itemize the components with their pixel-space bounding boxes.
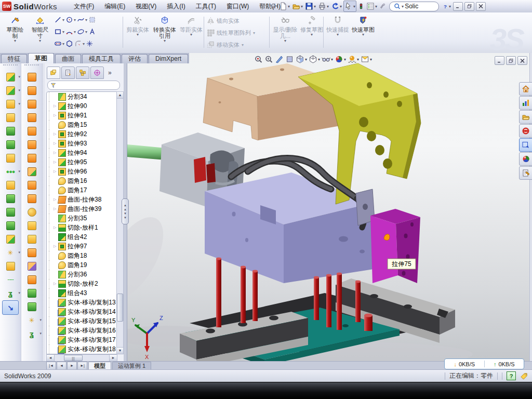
ellipse-icon[interactable]: ▾ bbox=[77, 28, 87, 36]
taskpane-file-explorer-icon[interactable] bbox=[519, 110, 532, 124]
doc-tab-1[interactable]: 运动算例 1 bbox=[112, 362, 151, 370]
view-orientation-icon[interactable]: ▾ bbox=[296, 55, 307, 63]
cm-button-8[interactable]: 快速草图▾ bbox=[351, 14, 375, 51]
doc-nav-button-0[interactable]: |◄ bbox=[46, 362, 56, 370]
rib-icon[interactable] bbox=[4, 138, 17, 151]
point-tool-icon[interactable]: ✳▾ bbox=[25, 314, 38, 326]
taskpane-solidworks-search-icon[interactable] bbox=[519, 124, 532, 138]
menu-5[interactable]: 窗口(W) bbox=[221, 0, 254, 13]
tab-模具工具[interactable]: 模具工具 bbox=[82, 54, 121, 63]
plane-icon[interactable] bbox=[4, 260, 17, 272]
tree-item[interactable]: ▷切除-放样1 bbox=[47, 223, 117, 232]
tab-dimxpert-manager[interactable] bbox=[90, 66, 104, 79]
circle-icon[interactable]: ▾ bbox=[65, 16, 76, 24]
tree-item[interactable]: ▷拉伸91 bbox=[47, 111, 117, 120]
tree-item[interactable]: 实体-移动/复制17 bbox=[47, 335, 117, 344]
tree-item[interactable]: 圆角17 bbox=[47, 185, 117, 195]
zoom-area-icon[interactable] bbox=[264, 55, 273, 63]
doc-restore-button[interactable] bbox=[506, 56, 516, 65]
replace-face-icon[interactable] bbox=[25, 219, 38, 232]
pan-3d-icon[interactable] bbox=[275, 55, 284, 63]
parting-line-icon[interactable] bbox=[25, 233, 38, 245]
tree-item[interactable]: ▷拉伸96 bbox=[47, 167, 117, 176]
expand-arrow-icon[interactable]: ▷ bbox=[54, 160, 58, 164]
tab-configuration-manager[interactable] bbox=[76, 66, 89, 79]
tree-item[interactable]: 实体-移动/复制18 bbox=[47, 344, 117, 354]
network-speed-widget[interactable]: ↓0KB/S ↑0KB/S bbox=[444, 358, 524, 369]
tree-item[interactable]: 实体-移动/复制13 bbox=[47, 298, 117, 307]
polygon-icon[interactable] bbox=[65, 39, 73, 48]
menu-2[interactable]: 视图(V) bbox=[130, 0, 162, 13]
axis-icon[interactable]: ╌╌ bbox=[4, 273, 17, 286]
deform-icon[interactable] bbox=[25, 125, 38, 137]
section-view-icon[interactable] bbox=[285, 55, 294, 63]
save-button[interactable]: ▾ bbox=[304, 1, 316, 11]
scroll-thumb[interactable] bbox=[117, 294, 123, 322]
graphics-viewport[interactable]: 拉伸75 Y Z X ▾▾▾▾▾▾ bbox=[127, 53, 532, 361]
sketch-fillet-icon[interactable]: ▾ bbox=[74, 39, 85, 48]
tree-item[interactable]: 实体-移动/复制16 bbox=[47, 326, 117, 335]
open-button[interactable]: ▾ bbox=[291, 1, 303, 11]
sketch-text-icon[interactable] bbox=[88, 28, 96, 36]
expand-arrow-icon[interactable]: ▷ bbox=[54, 113, 58, 117]
status-help-icon[interactable]: ? bbox=[507, 371, 516, 380]
spline-tool-icon[interactable]: ʓ▾ bbox=[25, 327, 38, 340]
tab-property-manager[interactable] bbox=[61, 66, 75, 79]
tree-item[interactable]: 圆角19 bbox=[47, 260, 117, 270]
minimize-button[interactable] bbox=[453, 2, 463, 11]
close-button[interactable] bbox=[476, 2, 486, 11]
move-copy-icon[interactable] bbox=[4, 233, 17, 245]
tree-item[interactable]: 圆角18 bbox=[47, 251, 117, 260]
tree-item[interactable]: ▷拉伸95 bbox=[47, 157, 117, 167]
tree-item[interactable]: ▷曲面-拉伸38 bbox=[47, 195, 117, 204]
annotation-tool-button[interactable] bbox=[379, 1, 387, 11]
flex-icon[interactable] bbox=[25, 111, 38, 124]
menu-3[interactable]: 插入(I) bbox=[162, 0, 190, 13]
cm-button-1[interactable]: 智能尺寸▾ bbox=[29, 14, 51, 51]
tree-item[interactable]: ▷拉伸94 bbox=[47, 148, 117, 157]
tab-草图[interactable]: 草图 bbox=[28, 53, 54, 63]
tree-item[interactable]: 圆角15 bbox=[47, 120, 117, 129]
help-button[interactable]: ?▾ bbox=[442, 1, 451, 11]
arc-icon[interactable]: ▾ bbox=[65, 28, 76, 36]
tree-horizontal-scrollbar[interactable]: ◄ ||| ► bbox=[46, 354, 117, 362]
cavity-icon[interactable] bbox=[25, 300, 38, 313]
shut-off-surface-icon[interactable] bbox=[25, 246, 38, 259]
model-part-core-block[interactable] bbox=[205, 172, 386, 283]
extruded-boss-icon[interactable]: ▾ bbox=[4, 71, 17, 83]
model-part-magenta-block[interactable] bbox=[370, 209, 420, 283]
tree-item[interactable]: 圆角16 bbox=[47, 176, 117, 185]
swept-boss-icon[interactable] bbox=[25, 71, 38, 83]
tree-item[interactable]: ▷拉伸97 bbox=[47, 242, 117, 251]
options-button[interactable]: ▾ bbox=[366, 1, 378, 11]
core-icon[interactable] bbox=[25, 287, 38, 299]
tree-item[interactable]: ▷曲面-拉伸39 bbox=[47, 204, 117, 214]
scene-icon[interactable]: ▾ bbox=[348, 55, 359, 63]
menu-0[interactable]: 文件(F) bbox=[69, 0, 99, 13]
expand-arrow-icon[interactable]: ▷ bbox=[54, 169, 58, 174]
extruded-cut-icon[interactable]: ▾ bbox=[4, 84, 17, 97]
split2-icon[interactable] bbox=[4, 206, 17, 218]
draft-icon[interactable] bbox=[4, 152, 17, 164]
scroll-left-arrow[interactable]: ◄ bbox=[47, 355, 55, 361]
delete-face-icon[interactable] bbox=[25, 206, 38, 218]
menu-4[interactable]: 工具(T) bbox=[191, 0, 221, 13]
reference-point-icon[interactable]: ✳▾ bbox=[4, 246, 17, 259]
taskpane-design-library-icon[interactable] bbox=[519, 96, 532, 110]
cm-button-0[interactable]: 草图绘制▾ bbox=[4, 14, 26, 51]
doc-tab-0[interactable]: 模型 bbox=[88, 362, 111, 370]
expand-arrow-icon[interactable]: ▷ bbox=[54, 132, 58, 136]
planar-surface-icon[interactable] bbox=[25, 152, 38, 164]
knit-surface-icon[interactable] bbox=[25, 165, 38, 178]
chamfer-icon[interactable] bbox=[4, 111, 17, 124]
tree-item[interactable]: ▷拉伸93 bbox=[47, 139, 117, 148]
instant3d-icon[interactable]: ↘ bbox=[2, 300, 19, 315]
expand-arrow-icon[interactable]: ▷ bbox=[54, 244, 58, 248]
parting-surface-icon[interactable] bbox=[25, 260, 38, 272]
tree-item[interactable]: 分割35 bbox=[47, 214, 117, 223]
shell-icon[interactable] bbox=[4, 125, 17, 137]
display-style-icon[interactable]: ▾ bbox=[309, 55, 320, 63]
rebuild-button[interactable] bbox=[357, 1, 365, 11]
scroll-right-arrow[interactable]: ► bbox=[109, 355, 117, 361]
tree-item[interactable]: ▷拉伸92 bbox=[47, 129, 117, 139]
